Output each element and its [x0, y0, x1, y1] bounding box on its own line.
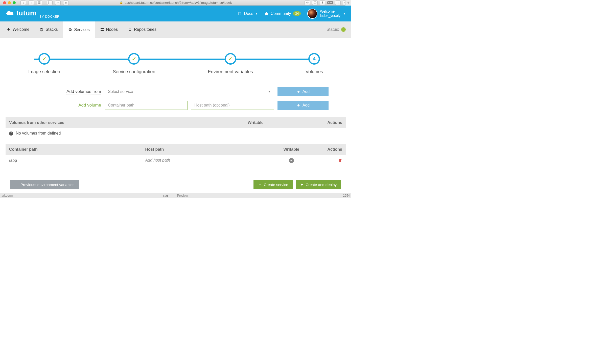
share-button[interactable]: ⇪ [335, 1, 341, 5]
caret-down-icon: ▼ [255, 12, 258, 15]
tab-stacks[interactable]: Stacks [34, 21, 63, 38]
col-container-path: Container path [6, 144, 142, 155]
add-volume-label: Add volume [78, 103, 101, 108]
topbar: tutum BY DOCKER Docs ▼ Community 34 Welc… [0, 6, 351, 21]
step-number: 4 [308, 53, 320, 65]
col-volumes-from: Volumes from other services [6, 117, 227, 128]
table-row: /app Add host path ✔ [6, 155, 346, 166]
window-minimize-icon[interactable] [8, 1, 11, 4]
empty-row: i No volumes from defined [6, 128, 346, 139]
rocket-icon [7, 28, 11, 32]
caret-down-icon: ▼ [268, 90, 271, 93]
tab-services[interactable]: Services [63, 21, 95, 38]
container-path-cell: /app [6, 155, 142, 166]
community-link[interactable]: Community 34 [265, 11, 301, 16]
previous-label: Previous: environment variables [20, 183, 74, 187]
container-path-input[interactable] [105, 101, 188, 110]
host-path-input[interactable] [191, 101, 274, 110]
tab-welcome[interactable]: Welcome [2, 21, 34, 38]
step-line [34, 59, 317, 60]
lock-icon: 🔒 [120, 1, 123, 4]
col-actions: Actions [312, 144, 346, 155]
add-host-path-link[interactable]: Add host path [145, 158, 170, 163]
create-and-deploy-button[interactable]: ➤ Create and deploy [296, 180, 341, 189]
browser-chrome: ‹ › ☰ ⋮⋮ ✉ ⎙ 🔒 dashboard.tutum.co/contai… [0, 0, 351, 6]
print-button[interactable]: ⎙ [63, 1, 69, 5]
status-right: 2254 [343, 194, 350, 197]
tutum-logo-icon [6, 9, 15, 18]
tab-nodes[interactable]: Nodes [95, 21, 123, 38]
stack-icon [39, 28, 43, 32]
back-button[interactable]: ‹ [20, 1, 26, 5]
reader-button[interactable]: ⓘ [312, 1, 318, 5]
create-service-label: Create service [264, 183, 288, 187]
reload-button[interactable]: ⟳ [305, 1, 310, 5]
wizard-stepper: ✔ Image selection ✔ Service configuratio… [28, 53, 323, 74]
new-tab-button[interactable]: + [345, 0, 351, 6]
col-writable: Writable [271, 144, 312, 155]
caret-down-icon: ▼ [343, 12, 346, 15]
tab-welcome-label: Welcome [13, 27, 29, 32]
wizard-footer: ← Previous: environment variables ＋ Crea… [0, 176, 351, 193]
col-writable: Writable [227, 117, 285, 128]
brand[interactable]: tutum BY DOCKER [6, 9, 60, 18]
downloads-button[interactable]: ⬇ [320, 1, 325, 5]
select-service-dropdown[interactable]: Select service ▼ [105, 87, 274, 96]
previous-button[interactable]: ← Previous: environment variables [10, 180, 79, 189]
check-icon: ✔ [128, 53, 140, 65]
step-label: Volumes [306, 69, 323, 74]
writable-toggle[interactable]: ✔ [289, 158, 294, 163]
add-volume-button[interactable]: ＋ Add [277, 101, 329, 110]
select-placeholder: Select service [108, 89, 133, 94]
apps-button[interactable]: ⋮⋮ [47, 1, 53, 5]
mail-button[interactable]: ✉ [55, 1, 61, 5]
col-host-path: Host path [142, 144, 271, 155]
create-service-button[interactable]: ＋ Create service [253, 180, 293, 189]
add-volumes-from-label: Add volumes from [66, 89, 101, 94]
avatar [307, 9, 317, 19]
puzzle-icon [265, 12, 269, 16]
plus-icon: ＋ [296, 89, 300, 94]
url-bar[interactable]: 🔒 dashboard.tutum.co/container/launch/?f… [120, 1, 232, 5]
add-volumes-from-button[interactable]: ＋ Add [277, 87, 329, 96]
check-icon: ✔ [38, 53, 50, 65]
step-environment-variables[interactable]: ✔ Environment variables [208, 53, 253, 74]
status-dot-icon [341, 27, 346, 32]
status-left: arkdown [2, 194, 13, 197]
tab-nodes-label: Nodes [106, 27, 118, 32]
status-indicator: Status: [327, 27, 346, 32]
abp-icon[interactable]: ABP [327, 1, 333, 4]
markdown-badge-icon: M↓ [164, 195, 168, 197]
forward-button[interactable]: › [29, 1, 34, 5]
community-badge: 34 [293, 11, 301, 16]
step-service-configuration[interactable]: ✔ Service configuration [113, 53, 155, 74]
step-volumes[interactable]: 4 Volumes [306, 53, 323, 74]
status-label: Status: [327, 27, 339, 32]
username: ludek_vesely [320, 14, 340, 18]
step-label: Environment variables [208, 69, 253, 74]
empty-text: No volumes from defined [16, 131, 61, 135]
col-actions: Actions [285, 117, 346, 128]
info-icon: i [9, 132, 13, 136]
status-preview[interactable]: Preview [177, 194, 188, 197]
step-image-selection[interactable]: ✔ Image selection [28, 53, 60, 74]
sidebar-button[interactable]: ☰ [37, 1, 42, 5]
tab-repositories-label: Repositories [134, 27, 156, 32]
brand-name: tutum [16, 9, 36, 17]
tab-stacks-label: Stacks [45, 27, 58, 32]
user-menu[interactable]: Welcome, ludek_vesely ▼ [307, 9, 346, 19]
add-button-label: Add [303, 103, 310, 108]
book-icon [128, 28, 132, 32]
plus-icon: ＋ [258, 182, 262, 187]
trash-icon [338, 159, 342, 163]
welcome-label: Welcome, [320, 9, 340, 14]
add-button-label: Add [303, 89, 310, 94]
book-icon [238, 12, 242, 16]
tab-repositories[interactable]: Repositories [123, 21, 161, 38]
gears-icon [68, 28, 72, 32]
docs-link[interactable]: Docs ▼ [238, 11, 258, 16]
window-close-icon[interactable] [3, 1, 6, 4]
delete-button[interactable] [338, 158, 342, 163]
plus-icon: ＋ [296, 103, 300, 108]
window-zoom-icon[interactable] [13, 1, 16, 4]
